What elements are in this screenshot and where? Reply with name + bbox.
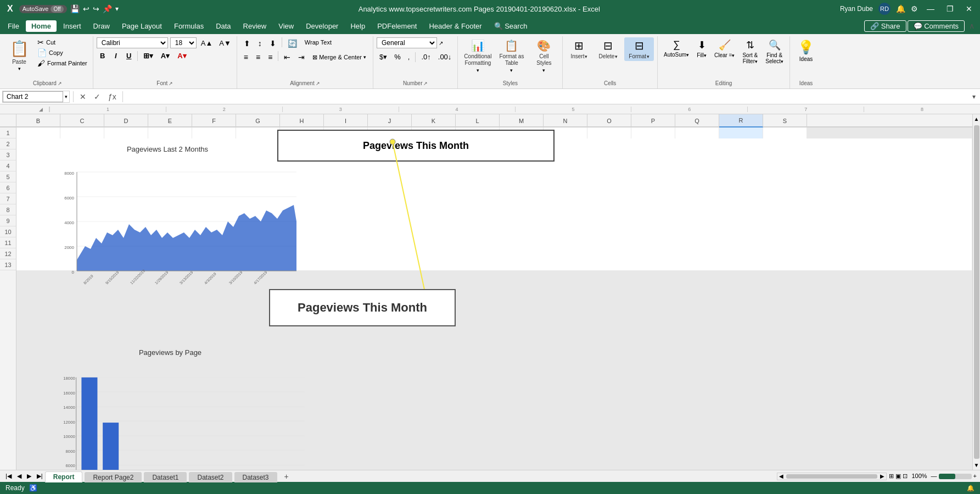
- cell-styles-button[interactable]: 🎨 CellStyles ▾: [529, 37, 559, 75]
- autosum-button[interactable]: ∑ AutoSum▾: [661, 37, 692, 59]
- cell-c1[interactable]: [60, 127, 104, 138]
- col-K[interactable]: K: [412, 114, 456, 127]
- scroll-up-button[interactable]: ▲: [972, 114, 980, 124]
- orientation-button[interactable]: 🔄: [284, 37, 300, 49]
- indent-decrease-button[interactable]: ⇤: [281, 51, 294, 63]
- clipboard-expand-icon[interactable]: ↗: [58, 81, 62, 86]
- paste-dropdown-arrow[interactable]: ▾: [18, 66, 21, 71]
- formula-expand-button[interactable]: ▾: [970, 93, 978, 101]
- col-P[interactable]: P: [631, 114, 675, 127]
- copy-button[interactable]: 📄 Copy: [35, 48, 89, 58]
- cell-d1[interactable]: [104, 127, 148, 138]
- col-B[interactable]: B: [16, 114, 60, 127]
- sheet-tab-dataset2[interactable]: Dataset2: [189, 472, 232, 482]
- page-layout-view-button[interactable]: ▣: [895, 473, 901, 480]
- undo-icon[interactable]: ↩: [83, 4, 89, 13]
- restore-button[interactable]: ❐: [943, 4, 957, 13]
- format-painter-button[interactable]: 🖌 Format Painter: [35, 58, 89, 68]
- redo-icon[interactable]: ↪: [93, 4, 99, 13]
- col-R[interactable]: R: [719, 114, 763, 127]
- col-S[interactable]: S: [763, 114, 807, 127]
- menu-search[interactable]: 🔍 Search: [489, 20, 533, 32]
- sheet-tab-dataset1[interactable]: Dataset1: [144, 472, 187, 482]
- percent-button[interactable]: %: [391, 52, 404, 62]
- delete-cells-button[interactable]: ⊟ Delete▾: [594, 37, 622, 61]
- zoom-out-button[interactable]: —: [931, 473, 937, 480]
- col-C[interactable]: C: [60, 114, 104, 127]
- col-M[interactable]: M: [500, 114, 544, 127]
- menu-formulas[interactable]: Formulas: [169, 20, 209, 32]
- cf-dropdown-arrow[interactable]: ▾: [477, 68, 479, 73]
- font-size-select[interactable]: 18: [170, 37, 197, 48]
- increase-font-size-button[interactable]: A▲: [199, 38, 215, 48]
- pageviews-header-box[interactable]: Pageviews This Month: [277, 130, 555, 162]
- name-box[interactable]: [3, 91, 63, 102]
- function-wizard-button[interactable]: ƒx: [105, 92, 119, 101]
- alignment-expand-icon[interactable]: ↗: [316, 81, 320, 86]
- scroll-right-button[interactable]: ▶: [878, 473, 886, 479]
- scroll-thumb-horizontal[interactable]: [786, 474, 877, 479]
- cell-o1[interactable]: [587, 127, 631, 138]
- zoom-in-button[interactable]: +: [973, 473, 977, 480]
- menu-pdfelement[interactable]: PDFelement: [372, 20, 422, 32]
- col-D[interactable]: D: [104, 114, 148, 127]
- format-cells-button[interactable]: ⊟ Format▾: [624, 37, 654, 61]
- toolbar-dropdown-icon[interactable]: ▾: [115, 5, 119, 13]
- paste-button[interactable]: 📋 Paste ▾: [5, 37, 33, 74]
- conditional-formatting-button[interactable]: 📊 ConditionalFormatting ▾: [461, 37, 494, 75]
- insert-dropdown-arrow[interactable]: ▾: [585, 54, 587, 59]
- borders-button[interactable]: ⊞▾: [140, 50, 156, 62]
- delete-dropdown-arrow[interactable]: ▾: [615, 54, 618, 59]
- save-icon[interactable]: 💾: [70, 4, 80, 13]
- menu-developer[interactable]: Developer: [300, 20, 344, 32]
- increase-decimal-button[interactable]: .0↑: [418, 52, 433, 62]
- merge-dropdown-arrow[interactable]: ▾: [363, 54, 366, 60]
- zoom-slider[interactable]: [939, 474, 972, 479]
- col-O[interactable]: O: [587, 114, 631, 127]
- cell-f1[interactable]: [192, 127, 236, 138]
- sheet-tab-report-page2[interactable]: Report Page2: [85, 472, 142, 482]
- col-L[interactable]: L: [456, 114, 500, 127]
- cell-styles-dropdown-arrow[interactable]: ▾: [542, 68, 545, 73]
- chart-left[interactable]: Pageviews Last 2 Months 8000 6000 4000 2…: [33, 141, 302, 344]
- align-right-button[interactable]: ≡: [265, 51, 276, 63]
- comma-button[interactable]: ,: [405, 52, 413, 62]
- clear-dropdown-arrow[interactable]: ▾: [732, 53, 735, 58]
- underline-button[interactable]: U: [123, 50, 135, 62]
- font-expand-icon[interactable]: ↗: [169, 81, 173, 86]
- cell-b1[interactable]: [16, 127, 60, 138]
- menu-review[interactable]: Review: [238, 20, 272, 32]
- settings-icon[interactable]: ⚙: [911, 4, 918, 13]
- normal-view-button[interactable]: ⊞: [889, 473, 894, 480]
- minimize-button[interactable]: —: [923, 4, 938, 13]
- sheet-tab-dataset3[interactable]: Dataset3: [234, 472, 277, 482]
- ribbon-collapse-btn[interactable]: ∧: [966, 20, 978, 31]
- vertical-scrollbar[interactable]: ▲ ▼: [972, 114, 980, 470]
- name-box-dropdown-arrow[interactable]: ▾: [63, 94, 69, 99]
- format-dropdown-arrow[interactable]: ▾: [647, 54, 649, 59]
- wrap-text-button[interactable]: Wrap Text: [301, 37, 335, 49]
- fill-dropdown-arrow[interactable]: ▾: [704, 53, 707, 58]
- align-top-button[interactable]: ⬆: [240, 37, 254, 49]
- sort-dropdown-arrow[interactable]: ▾: [755, 59, 758, 64]
- clear-button[interactable]: 🧹 Clear =▾: [712, 37, 738, 60]
- menu-data[interactable]: Data: [210, 20, 236, 32]
- sort-filter-button[interactable]: ⇅ Sort &Filter▾: [740, 37, 760, 66]
- tab-last-button[interactable]: ▶|: [35, 473, 45, 480]
- format-as-table-button[interactable]: 📋 Format asTable ▾: [496, 37, 527, 75]
- dollar-button[interactable]: $▾: [377, 52, 390, 62]
- sheet-tab-report[interactable]: Report: [45, 471, 83, 482]
- fill-color-button[interactable]: A▾: [158, 50, 173, 62]
- format-table-dropdown-arrow[interactable]: ▾: [510, 68, 513, 73]
- tab-first-button[interactable]: |◀: [3, 473, 14, 480]
- merge-center-button[interactable]: ⊠ Merge & Center ▾: [309, 51, 369, 63]
- col-Q[interactable]: Q: [675, 114, 719, 127]
- confirm-formula-button[interactable]: ✓: [91, 92, 103, 101]
- fill-button[interactable]: ⬇ Fill▾: [694, 37, 709, 60]
- notifications-icon[interactable]: 🔔: [896, 4, 905, 13]
- chart-middle[interactable]: Pageviews by Page 18000 16000 14000 1200…: [33, 344, 307, 470]
- close-button[interactable]: ✕: [962, 4, 976, 13]
- cell-p1[interactable]: [631, 127, 675, 138]
- scroll-thumb-vertical[interactable]: [974, 125, 979, 459]
- italic-button[interactable]: I: [110, 50, 122, 62]
